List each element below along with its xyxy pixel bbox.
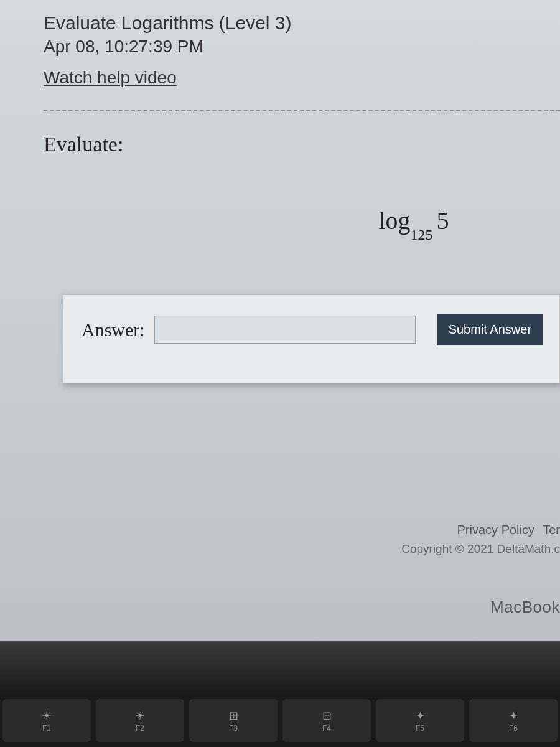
submit-answer-button[interactable]: Submit Answer [437, 314, 543, 345]
help-video-link[interactable]: Watch help video [44, 68, 177, 88]
terms-link-partial[interactable]: Ter [543, 523, 560, 537]
key-f6: ✦ F6 [469, 699, 558, 742]
log-function: log [378, 207, 410, 235]
key-label: F2 [136, 724, 144, 733]
brightness-down-icon: ☀ [42, 709, 52, 723]
key-label: F1 [42, 724, 51, 733]
device-label: MacBook [490, 598, 560, 617]
laptop-bezel [0, 641, 560, 694]
divider [44, 110, 560, 111]
key-f2: ☀ F2 [96, 699, 184, 742]
answer-label: Answer: [82, 319, 145, 341]
key-label: F6 [509, 724, 518, 733]
answer-container: Answer: Submit Answer [62, 294, 560, 383]
launchpad-icon: ⊟ [322, 709, 332, 723]
log-argument: 5 [437, 207, 449, 235]
key-f4: ⊟ F4 [282, 699, 371, 742]
keyboard-brightness-down-icon: ✦ [416, 709, 425, 723]
key-f3: ⊞ F3 [189, 699, 278, 742]
problem-title: Evaluate Logarithms (Level 3) [44, 12, 560, 34]
key-label: F3 [229, 724, 238, 733]
instruction-label: Evaluate: [44, 133, 560, 156]
copyright-text: Copyright © 2021 DeltaMath.c [401, 542, 560, 556]
mission-control-icon: ⊞ [229, 709, 238, 723]
log-base: 125 [411, 227, 433, 243]
privacy-policy-link[interactable]: Privacy Policy [457, 523, 534, 537]
key-f5: ✦ F5 [376, 699, 464, 742]
answer-input[interactable] [154, 316, 416, 344]
key-label: F4 [322, 724, 331, 733]
key-label: F5 [416, 724, 424, 733]
keyboard-row: ☀ F1 ☀ F2 ⊞ F3 ⊟ F4 ✦ F5 ✦ F6 [0, 694, 560, 747]
timestamp: Apr 08, 10:27:39 PM [44, 37, 560, 57]
math-expression: log1255 [268, 206, 560, 238]
keyboard-brightness-up-icon: ✦ [509, 709, 518, 723]
key-f1: ☀ F1 [2, 699, 91, 742]
footer-links: Privacy Policy Ter Copyright © 2021 Delt… [401, 523, 560, 556]
brightness-up-icon: ☀ [135, 709, 145, 723]
